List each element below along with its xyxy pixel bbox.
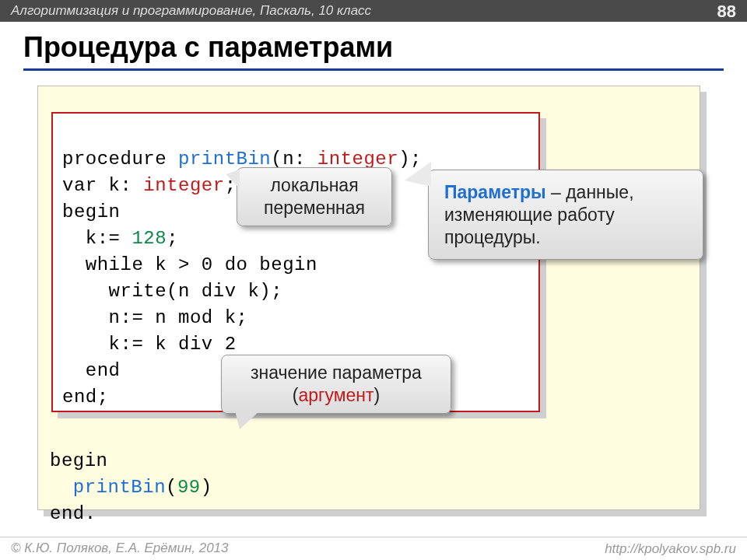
header-bar: Алгоритмизация и программирование, Паска… bbox=[0, 0, 747, 22]
code-text: 99 bbox=[177, 477, 201, 498]
callout-highlight: аргумент bbox=[298, 385, 374, 405]
code-text: ( bbox=[166, 477, 177, 498]
callout-text: ) bbox=[374, 385, 381, 405]
page-title: Процедура с параметрами bbox=[23, 31, 393, 64]
code-text: while k > 0 do begin bbox=[62, 254, 317, 275]
footer-copyright: © К.Ю. Поляков, Е.А. Ерёмин, 2013 bbox=[11, 541, 229, 555]
code-text: end bbox=[62, 360, 121, 381]
title-underline bbox=[23, 68, 724, 71]
slide: Алгоритмизация и программирование, Паска… bbox=[0, 0, 747, 560]
code-text: printBin bbox=[73, 477, 166, 498]
code-text: (n: bbox=[271, 149, 317, 170]
code-text: var k: bbox=[62, 175, 143, 196]
code-text: integer bbox=[143, 175, 224, 196]
code-text: n:= n mod k; bbox=[62, 307, 247, 328]
callout-text: значение параметра bbox=[251, 362, 422, 383]
code-text: ; bbox=[167, 228, 178, 249]
breadcrumb: Алгоритмизация и программирование, Паска… bbox=[11, 3, 371, 18]
code-text: write(n div k); bbox=[62, 281, 282, 302]
callout-bold: Параметры bbox=[444, 182, 546, 202]
code-text: 128 bbox=[132, 228, 167, 249]
code-text: k:= bbox=[62, 228, 132, 249]
callout-argument: значение параметра (аргумент) bbox=[221, 355, 451, 414]
callout-text: локальная переменная bbox=[264, 175, 365, 218]
code-text: procedure bbox=[62, 149, 178, 170]
page-number: 88 bbox=[717, 2, 736, 22]
code-text: printBin bbox=[178, 149, 271, 170]
code-text: begin bbox=[62, 201, 121, 222]
code-text: ) bbox=[201, 477, 212, 498]
code-text bbox=[50, 477, 73, 498]
callout-local-variable: локальная переменная bbox=[237, 167, 392, 226]
code-text: k:= k div 2 bbox=[62, 334, 237, 355]
footer-bar: © К.Ю. Поляков, Е.А. Ерёмин, 2013 http:/… bbox=[0, 537, 747, 560]
callout-tail bbox=[226, 170, 240, 188]
code-text: end; bbox=[62, 387, 109, 408]
callout-tail bbox=[405, 162, 431, 187]
footer-url: http://kpolyakov.spb.ru bbox=[605, 541, 736, 557]
code-text: integer bbox=[317, 149, 398, 170]
code-text: begin bbox=[50, 450, 108, 471]
code-text: end. bbox=[50, 503, 96, 524]
code-main-block: begin printBin(99) end. bbox=[50, 422, 212, 554]
callout-parameters: Параметры – данные, изменяющие работу пр… bbox=[428, 170, 703, 260]
callout-tail bbox=[235, 411, 260, 429]
